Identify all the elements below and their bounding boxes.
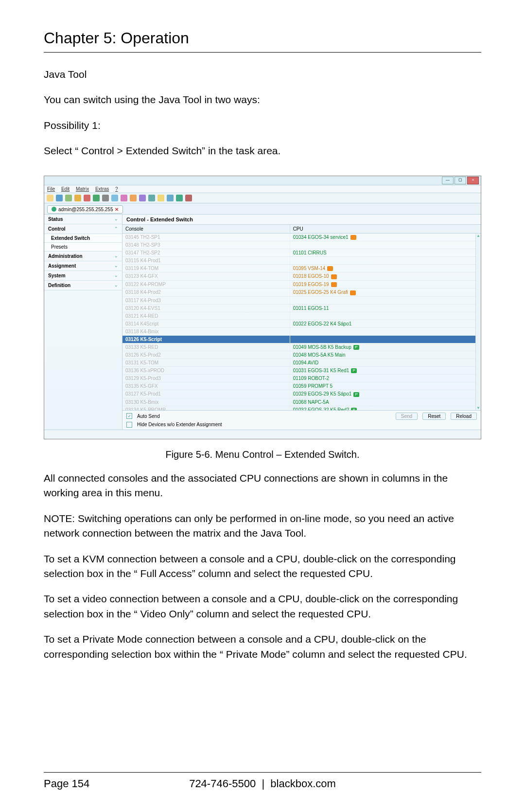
paragraph: To set a KVM connection between a consol… bbox=[44, 552, 481, 581]
toolbar-icon[interactable] bbox=[93, 195, 100, 201]
maximize-icon[interactable]: ▢ bbox=[455, 177, 466, 184]
table-row[interactable]: 03147 TH2-SP201101 CIRRUS bbox=[122, 249, 481, 257]
table-row[interactable]: 03122 K4-PROMP01019 EGOS-19 bbox=[122, 281, 481, 289]
toolbar-icon[interactable] bbox=[121, 195, 127, 201]
sidebar-item[interactable]: Presets bbox=[44, 243, 122, 252]
figure-caption: Figure 5-6. Menu Control – Extended Swit… bbox=[44, 449, 481, 460]
statusbar bbox=[44, 430, 481, 439]
table-row[interactable]: 03119 K4-TOM01095 VSM-14 bbox=[122, 265, 481, 272]
toolbar-icon[interactable] bbox=[185, 195, 192, 201]
reset-button[interactable]: Reset bbox=[422, 413, 446, 420]
sidebar-group[interactable]: System⌄ bbox=[44, 271, 122, 281]
titlebar: — ▢ × bbox=[44, 176, 481, 185]
table-row[interactable]: 03130 K5-Bmix01068 NAPC-5A bbox=[122, 398, 481, 406]
sidebar-item[interactable]: Extended Switch bbox=[44, 234, 122, 243]
panel-footer-2: ✓ Hide Devices w/o Extender Assignment bbox=[122, 422, 481, 430]
sidebar-group[interactable]: Status⌄ bbox=[44, 215, 122, 224]
table-row[interactable]: 03135 K5-GFX01059 PROMPT 5 bbox=[122, 382, 481, 390]
panel-footer: ✓ Auto Send Send Reset Reload bbox=[122, 410, 481, 422]
main-panel: Control - Extended Switch Console CPU 03… bbox=[122, 215, 481, 430]
sidebar-group[interactable]: Control⌃ bbox=[44, 224, 122, 234]
toolbar-icon[interactable] bbox=[74, 195, 81, 201]
app-screenshot: — ▢ × File Edit Matrix Extras ? bbox=[44, 176, 481, 439]
table-row[interactable]: 03126 K5-Prod201048 MOS-5A K5 Main bbox=[122, 351, 481, 359]
close-icon[interactable]: × bbox=[467, 177, 479, 184]
tab-label: admin@255.255.255.255 bbox=[58, 207, 113, 212]
table-row[interactable]: 03126 K5-Script bbox=[122, 336, 481, 343]
table-row[interactable]: 03120 K4-EVS101011 EGOS-11 bbox=[122, 305, 481, 312]
instruction: Select “ Control > Extended Switch” in t… bbox=[44, 144, 481, 158]
menu-edit[interactable]: Edit bbox=[61, 186, 70, 192]
sidebar-group[interactable]: Assignment⌄ bbox=[44, 261, 122, 271]
footer-contact: 724-746-5500 | blackbox.com bbox=[44, 777, 481, 790]
toolbar-icon[interactable] bbox=[102, 195, 109, 201]
table-row[interactable]: 03117 K4-Prod3 bbox=[122, 297, 481, 305]
hide-devices-checkbox[interactable]: ✓ bbox=[126, 422, 132, 428]
table-row[interactable]: 03145 TH2-SP101034 EGOS-34 service1 bbox=[122, 234, 481, 241]
intro-line: You can switch using the Java Tool in tw… bbox=[44, 92, 481, 107]
paragraph: To set a Private Mode connection between… bbox=[44, 632, 481, 662]
menubar[interactable]: File Edit Matrix Extras ? bbox=[44, 185, 481, 193]
table-row[interactable]: 03133 K5-RED01049 MOS-5B K5 BackupP bbox=[122, 343, 481, 351]
paragraph: All connected consoles and the associate… bbox=[44, 471, 481, 501]
toolbar-icon[interactable] bbox=[65, 195, 72, 201]
chapter-title: Chapter 5: Operation bbox=[44, 29, 481, 53]
tabstrip: admin@255.255.255.255 ✕ bbox=[44, 203, 481, 215]
table-row[interactable]: 03131 K5-TOM01094 AVID bbox=[122, 359, 481, 367]
scrollbar[interactable] bbox=[475, 234, 481, 410]
page-footer: Page 154 724-746-5500 | blackbox.com bbox=[44, 772, 481, 790]
menu-file[interactable]: File bbox=[47, 186, 55, 192]
table-row[interactable]: 03118 K4-Prod201025 EGOS-25 K4 Grafi bbox=[122, 289, 481, 296]
table-row[interactable]: 03123 K4-GFX01018 EGOS-10 bbox=[122, 272, 481, 280]
minimize-icon[interactable]: — bbox=[442, 177, 454, 184]
table-row[interactable]: 03118 K4-Bmix bbox=[122, 328, 481, 336]
table-row[interactable]: 03121 K4-RED bbox=[122, 312, 481, 320]
close-tab-icon[interactable]: ✕ bbox=[115, 207, 119, 212]
table-row[interactable]: 03127 K5-Prod101029 EGOS-29 K5 Sápo1P bbox=[122, 390, 481, 398]
auto-send-checkbox[interactable]: ✓ bbox=[126, 413, 132, 419]
toolbar-icon[interactable] bbox=[176, 195, 183, 201]
send-button[interactable]: Send bbox=[396, 413, 418, 420]
toolbar-icon[interactable] bbox=[167, 195, 174, 201]
toolbar-icon[interactable] bbox=[111, 195, 118, 201]
toolbar-icon[interactable] bbox=[139, 195, 146, 201]
connection-tab[interactable]: admin@255.255.255.255 ✕ bbox=[47, 205, 123, 214]
toolbar-icon[interactable] bbox=[47, 195, 53, 201]
table-row[interactable]: 03134 K5-PROMP01032 EGOS-32 K5 Red2P bbox=[122, 406, 481, 410]
globe-icon bbox=[52, 207, 56, 212]
reload-button[interactable]: Reload bbox=[451, 413, 477, 420]
paragraph: To set a video connection between a cons… bbox=[44, 592, 481, 621]
menu-extras[interactable]: Extras bbox=[95, 186, 109, 192]
toolbar-icon[interactable] bbox=[158, 195, 164, 201]
table-header: Console CPU bbox=[122, 225, 481, 234]
table-row[interactable]: 03136 K5-xPROD01031 EGOS-31 K5 Red1P bbox=[122, 367, 481, 375]
table-row[interactable]: 03115 K4-Prod1 bbox=[122, 257, 481, 265]
panel-title: Control - Extended Switch bbox=[122, 215, 481, 225]
menu-help[interactable]: ? bbox=[115, 186, 118, 192]
toolbar-icon[interactable] bbox=[84, 195, 90, 201]
col-cpu[interactable]: CPU bbox=[290, 225, 481, 233]
sidebar-group[interactable]: Administration⌄ bbox=[44, 252, 122, 261]
sidebar-group[interactable]: Definition⌄ bbox=[44, 281, 122, 290]
table-row[interactable]: 03129 K5-Prod301109 ROBOT-2 bbox=[122, 375, 481, 382]
table-row[interactable]: 03148 TH2-SP3 bbox=[122, 241, 481, 249]
col-console[interactable]: Console bbox=[122, 225, 290, 233]
toolbar-icon[interactable] bbox=[148, 195, 155, 201]
possibility-label: Possibility 1: bbox=[44, 118, 481, 133]
table-body[interactable]: 03145 TH2-SP101034 EGOS-34 service103148… bbox=[122, 234, 481, 410]
note: NOTE: Switching operations can only be p… bbox=[44, 511, 481, 541]
hide-devices-label: Hide Devices w/o Extender Assignment bbox=[137, 422, 222, 427]
sidebar: Status⌄Control⌃Extended SwitchPresetsAdm… bbox=[44, 215, 122, 430]
toolbar bbox=[44, 193, 481, 203]
auto-send-label: Auto Send bbox=[137, 414, 160, 419]
table-row[interactable]: 03114 K4Script01022 EGOS-22 K4 Sápo1 bbox=[122, 320, 481, 328]
toolbar-icon[interactable] bbox=[130, 195, 137, 201]
toolbar-icon[interactable] bbox=[56, 195, 63, 201]
section-heading: Java Tool bbox=[44, 67, 481, 82]
menu-matrix[interactable]: Matrix bbox=[76, 186, 89, 192]
